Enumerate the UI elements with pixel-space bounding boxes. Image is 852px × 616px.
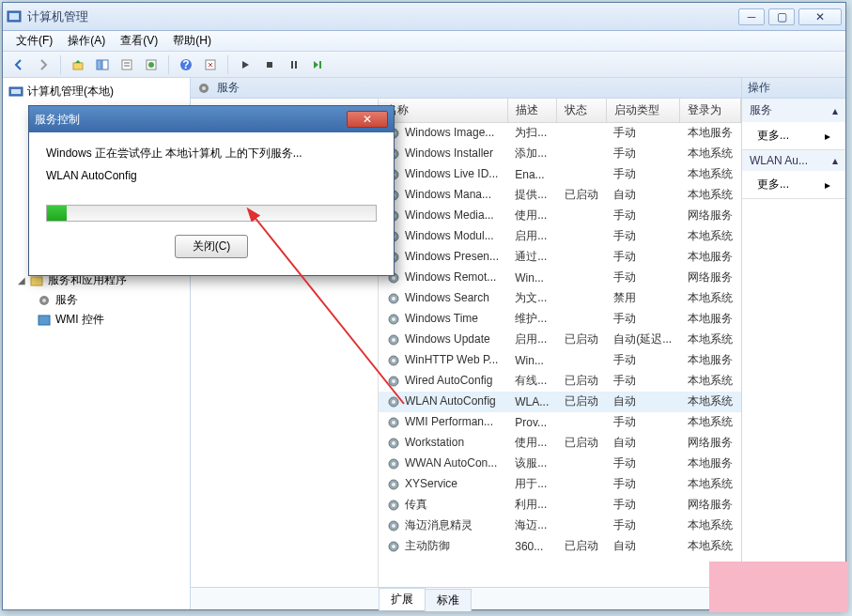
dialog-close-btn[interactable]: 关闭(C) [175,235,249,258]
action-pane: 操作 服务 ▴ 更多... ▸ WLAN Au... ▴ 更多... ▸ [742,78,845,609]
col-desc[interactable]: 描述 [507,99,556,123]
service-control-dialog: 服务控制 ✕ Windows 正在尝试停止 本地计算机 上的下列服务... WL… [28,105,395,276]
watermark-overlay [709,562,848,612]
table-row[interactable]: WMI Performan...Prov...手动本地系统 [379,412,741,433]
services-list[interactable]: 名称 描述 状态 启动类型 登录为 Windows Image...为扫...手… [379,99,741,587]
svg-rect-3 [97,60,101,69]
col-startup[interactable]: 启动类型 [606,99,680,123]
tree-wmi-label: WMI 控件 [55,312,104,328]
svg-rect-13 [267,62,272,68]
wmi-icon [37,313,52,328]
collapse-arrow-icon: ▴ [832,104,838,117]
action-group-wlan-title: WLAN Au... [750,154,808,167]
main-window: 计算机管理 ─ ▢ ✕ 文件(F) 操作(A) 查看(V) 帮助(H) ? [2,2,846,610]
action-header: 操作 [742,78,845,99]
pause-service-button[interactable] [284,54,304,75]
computer-icon [8,85,23,100]
table-row[interactable]: Windows Search为文...禁用本地系统 [379,288,741,309]
table-row[interactable]: Windows Modul...启用...手动本地系统 [379,226,741,247]
back-button[interactable] [8,54,29,75]
table-row[interactable]: WinHTTP Web P...Win...手动本地服务 [379,350,741,371]
up-button[interactable] [68,54,88,75]
action-more-2[interactable]: 更多... ▸ [742,171,845,198]
gear-icon [386,436,401,451]
window-title: 计算机管理 [27,8,738,25]
table-row[interactable]: Windows Update启用...已启动自动(延迟...本地系统 [379,330,741,350]
services-icon [196,81,211,96]
menu-view[interactable]: 查看(V) [115,31,163,51]
svg-point-48 [392,359,395,362]
tree-wmi[interactable]: WMI 控件 [5,310,188,330]
svg-point-9 [148,62,154,68]
restart-service-button[interactable] [308,54,329,75]
dialog-service-name: WLAN AutoConfig [46,169,377,182]
table-row[interactable]: Windows Time维护...手动本地服务 [379,309,741,330]
close-button[interactable]: ✕ [798,8,842,25]
table-row[interactable]: Wired AutoConfig有线...已启动手动本地系统 [379,371,741,392]
svg-point-66 [392,545,395,548]
gear-icon [386,374,401,389]
table-row[interactable]: Workstation使用...已启动自动网络服务 [379,433,741,454]
table-row[interactable]: Windows Installer添加...手动本地系统 [379,144,741,164]
table-row[interactable]: 传真利用...手动网络服务 [379,495,741,516]
properties-button[interactable] [116,54,137,75]
dialog-close-button[interactable]: ✕ [347,111,388,128]
tab-extended[interactable]: 扩展 [379,588,426,610]
maximize-button[interactable]: ▢ [768,8,795,25]
gear-icon [386,312,401,327]
arrow-right-icon: ▸ [825,130,830,143]
toolbar: ? [3,52,845,78]
gear-icon [386,456,401,471]
action-group-wlan[interactable]: WLAN Au... ▴ [742,150,845,171]
gear-icon [386,539,401,554]
table-row[interactable]: WLAN AutoConfigWLA...已启动自动本地系统 [379,392,741,412]
svg-text:?: ? [182,58,189,71]
col-logon[interactable]: 登录为 [680,99,741,123]
tree-root[interactable]: 计算机管理(本地) [5,82,188,101]
show-hide-tree-button[interactable] [92,54,113,75]
menubar: 文件(F) 操作(A) 查看(V) 帮助(H) [3,31,845,52]
table-row[interactable]: XYService用于...手动本地系统 [379,474,741,495]
gear-icon [386,477,401,492]
export-button[interactable] [141,54,162,75]
table-row[interactable]: WWAN AutoCon...该服...手动本地服务 [379,454,741,474]
minimize-button[interactable]: ─ [738,8,765,25]
menu-file[interactable]: 文件(F) [10,31,58,51]
start-service-button[interactable] [235,54,256,75]
table-row[interactable]: 主动防御360...已启动自动本地系统 [379,536,741,557]
refresh-button[interactable] [200,54,221,75]
titlebar: 计算机管理 ─ ▢ ✕ [3,3,845,31]
action-group-services[interactable]: 服务 ▴ [742,99,845,122]
table-row[interactable]: Windows Live ID...Ena...手动本地系统 [379,164,741,185]
tabs-bar: 扩展 标准 [191,587,741,609]
menu-help[interactable]: 帮助(H) [167,31,217,51]
arrow-right-icon: ▸ [825,178,830,192]
svg-rect-2 [73,63,83,69]
table-row[interactable]: Windows Media...使用...手动网络服务 [379,206,741,226]
gear-icon [386,332,401,347]
dialog-titlebar: 服务控制 ✕ [29,106,394,132]
forward-button[interactable] [33,54,54,75]
dialog-message: Windows 正在尝试停止 本地计算机 上的下列服务... [46,146,377,162]
col-name[interactable]: 名称 [379,99,507,123]
menu-action[interactable]: 操作(A) [62,31,111,51]
table-row[interactable]: Windows Presen...通过...手动本地服务 [379,247,741,268]
stop-service-button[interactable] [259,54,280,75]
svg-point-62 [392,503,395,507]
col-status[interactable]: 状态 [557,99,606,123]
collapse-icon[interactable]: ◢ [18,275,29,285]
gear-icon [386,518,401,533]
tab-standard[interactable]: 标准 [425,589,472,611]
center-header: 服务 [191,78,741,99]
table-row[interactable]: 海迈消息精灵海迈...手动本地系统 [379,516,741,536]
table-row[interactable]: Windows Remot...Win...手动网络服务 [379,268,741,288]
svg-point-44 [392,317,395,321]
svg-point-40 [392,276,395,280]
collapse-arrow-icon: ▴ [832,154,838,167]
table-row[interactable]: Windows Image...为扫...手动本地服务 [379,123,741,144]
action-more-1[interactable]: 更多... ▸ [742,122,845,149]
help-button[interactable]: ? [176,54,196,75]
table-row[interactable]: Windows Mana...提供...已启动自动本地系统 [379,185,741,206]
tree-services[interactable]: 服务 [5,290,188,310]
svg-rect-18 [11,89,21,94]
